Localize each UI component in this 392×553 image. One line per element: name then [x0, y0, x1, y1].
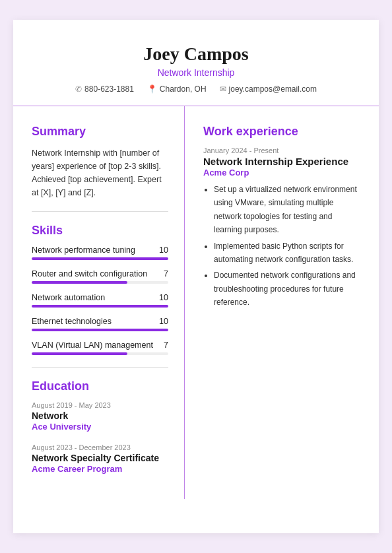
- contact-bar: ✆ 880-623-1881 📍 Chardon, OH ✉ joey.camp…: [33, 84, 359, 94]
- left-column: Summary Network Internship with [number …: [13, 106, 185, 499]
- skills-section: Skills Network performance tuning 10 Rou…: [32, 224, 168, 355]
- skill-score: 10: [159, 245, 168, 255]
- skill-row: Network automation 10: [32, 293, 168, 302]
- skill-row: Router and switch configuration 7: [32, 269, 168, 278]
- education-item: August 2023 - December 2023 Network Spec…: [32, 443, 168, 474]
- skill-bar-bg: [32, 305, 168, 308]
- skill-row: Network performance tuning 10: [32, 245, 168, 255]
- contact-email: ✉ joey.campos@email.com: [220, 84, 317, 94]
- contact-location: 📍 Chardon, OH: [147, 84, 207, 94]
- education-title: Education: [32, 379, 168, 393]
- skill-bar-fill: [32, 281, 127, 284]
- skills-list: Network performance tuning 10 Router and…: [32, 245, 168, 355]
- work-bullet: Set up a virtualized network environment…: [214, 183, 360, 237]
- edu-degree: Network Specialty Certificate: [32, 453, 168, 463]
- skill-row: VLAN (Virtual LAN) management 7: [32, 341, 168, 350]
- edu-school: Ace University: [32, 422, 168, 432]
- summary-title: Summary: [32, 125, 168, 139]
- skill-score: 10: [159, 317, 168, 326]
- skill-bar-fill: [32, 305, 168, 308]
- skill-bar-fill: [32, 329, 168, 331]
- skill-score: 7: [164, 341, 168, 350]
- email-icon: ✉: [220, 84, 226, 94]
- skill-item: Network performance tuning 10: [32, 245, 168, 260]
- skill-bar-fill: [32, 257, 168, 260]
- skill-item: Ethernet technologies 10: [32, 317, 168, 331]
- candidate-name: Joey Campos: [33, 44, 359, 65]
- work-item: January 2024 - Present Network Internshi…: [203, 146, 360, 309]
- resume-header: Joey Campos Network Internship ✆ 880-623…: [13, 20, 379, 106]
- divider-2: [32, 367, 168, 368]
- skill-bar-bg: [32, 352, 168, 355]
- work-bullet: Implemented basic Python scripts for aut…: [214, 240, 360, 267]
- skill-bar-fill: [32, 352, 127, 355]
- skill-row: Ethernet technologies 10: [32, 317, 168, 326]
- skill-name: Ethernet technologies: [32, 317, 112, 326]
- skill-item: Network automation 10: [32, 293, 168, 308]
- location-value: Chardon, OH: [160, 84, 207, 94]
- email-value: joey.campos@email.com: [229, 84, 317, 94]
- skill-name: Network automation: [32, 293, 105, 302]
- work-bullet: Documented network configurations and tr…: [214, 269, 360, 309]
- work-job-title: Network Internship Experience: [203, 156, 360, 167]
- skill-score: 7: [164, 269, 168, 278]
- work-section: Work experience January 2024 - Present N…: [203, 125, 360, 309]
- summary-text: Network Internship with [number of years…: [32, 146, 168, 199]
- divider-1: [32, 211, 168, 212]
- right-column: Work experience January 2024 - Present N…: [185, 106, 379, 499]
- location-icon: 📍: [147, 84, 157, 94]
- edu-degree: Network: [32, 410, 168, 421]
- work-bullets-list: Set up a virtualized network environment…: [203, 183, 360, 309]
- skills-title: Skills: [32, 224, 168, 238]
- skill-bar-bg: [32, 257, 168, 260]
- work-list: January 2024 - Present Network Internshi…: [203, 146, 360, 309]
- skill-name: VLAN (Virtual LAN) management: [32, 341, 153, 350]
- skill-bar-bg: [32, 281, 168, 284]
- skill-score: 10: [159, 293, 168, 302]
- candidate-title: Network Internship: [33, 67, 359, 78]
- resume-body: Summary Network Internship with [number …: [13, 106, 379, 499]
- edu-school: Acme Career Program: [32, 464, 168, 474]
- edu-dates: August 2023 - December 2023: [32, 443, 168, 451]
- education-list: August 2019 - May 2023 Network Ace Unive…: [32, 401, 168, 474]
- phone-icon: ✆: [75, 84, 82, 94]
- work-dates: January 2024 - Present: [203, 146, 360, 154]
- phone-value: 880-623-1881: [84, 84, 134, 94]
- skill-name: Network performance tuning: [32, 245, 135, 255]
- skill-bar-bg: [32, 329, 168, 331]
- summary-section: Summary Network Internship with [number …: [32, 125, 168, 199]
- edu-dates: August 2019 - May 2023: [32, 401, 168, 409]
- resume-card: Joey Campos Network Internship ✆ 880-623…: [13, 20, 379, 533]
- skill-name: Router and switch configuration: [32, 269, 147, 278]
- skill-item: Router and switch configuration 7: [32, 269, 168, 284]
- work-title: Work experience: [203, 125, 360, 139]
- skill-item: VLAN (Virtual LAN) management 7: [32, 341, 168, 355]
- contact-phone: ✆ 880-623-1881: [75, 84, 134, 94]
- work-company: Acme Corp: [203, 168, 360, 178]
- education-item: August 2019 - May 2023 Network Ace Unive…: [32, 401, 168, 432]
- education-section: Education August 2019 - May 2023 Network…: [32, 379, 168, 474]
